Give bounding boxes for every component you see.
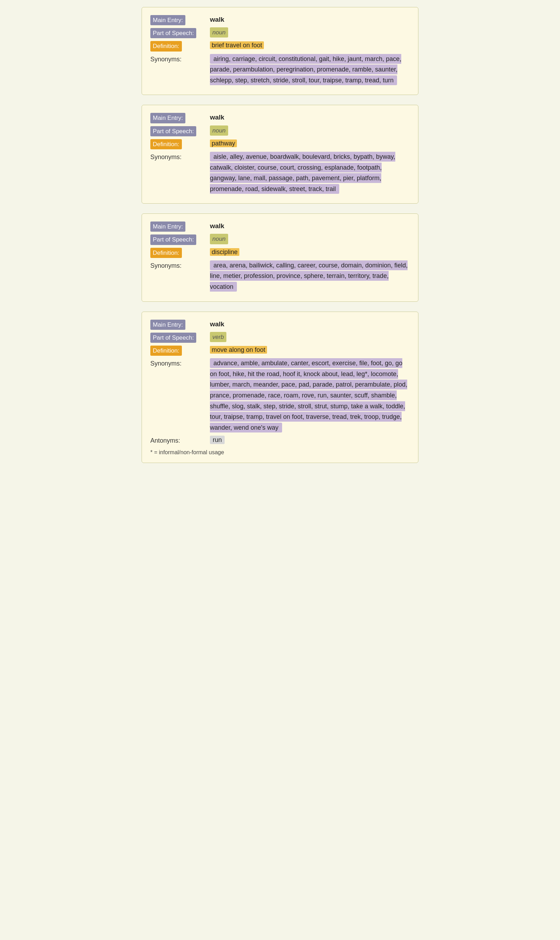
antonyms-row: Antonyms: run bbox=[150, 435, 410, 446]
definition-row: Definition: move along on foot bbox=[150, 345, 410, 356]
synonyms-label: Synonyms: bbox=[150, 358, 210, 369]
pos-row: Part of Speech: noun bbox=[150, 126, 410, 136]
synonyms-label: Synonyms: bbox=[150, 54, 210, 65]
pos-value: noun bbox=[210, 234, 410, 244]
synonyms-text: advance, amble, ambulate, canter, escort… bbox=[210, 358, 407, 432]
pos-row: Part of Speech: noun bbox=[150, 234, 410, 245]
synonyms-text: airing, carriage, circuit, constitutiona… bbox=[210, 54, 401, 85]
synonyms-content: area, arena, bailiwick, calling, career,… bbox=[210, 260, 410, 292]
entry-card-card1: Main Entry: walk Part of Speech: noun De… bbox=[142, 7, 418, 95]
definition-row: Definition: brief travel on foot bbox=[150, 40, 410, 51]
synonyms-label-text: Synonyms: bbox=[150, 360, 182, 367]
main-entry-value: walk bbox=[210, 319, 410, 329]
pos-badge: verb bbox=[210, 332, 226, 342]
definition-label: Definition: bbox=[150, 345, 210, 356]
synonyms-row: Synonyms: airing, carriage, circuit, con… bbox=[150, 54, 410, 86]
synonyms-content: aisle, alley, avenue, boardwalk, bouleva… bbox=[210, 151, 410, 194]
antonyms-label-text: Antonyms: bbox=[150, 437, 180, 444]
synonyms-content: advance, amble, ambulate, canter, escort… bbox=[210, 358, 410, 433]
entry-card-card3: Main Entry: walk Part of Speech: noun De… bbox=[142, 214, 418, 302]
pos-label: Part of Speech: bbox=[150, 126, 210, 136]
definition-value: pathway bbox=[210, 138, 410, 149]
pos-badge: noun bbox=[210, 234, 228, 244]
synonyms-label-text: Synonyms: bbox=[150, 154, 182, 160]
synonyms-label-text: Synonyms: bbox=[150, 56, 182, 63]
definition-label-text: Definition: bbox=[150, 41, 182, 51]
main-entry-value: walk bbox=[210, 221, 410, 231]
definition-row: Definition: discipline bbox=[150, 247, 410, 258]
synonyms-label: Synonyms: bbox=[150, 151, 210, 162]
synonyms-row: Synonyms: area, arena, bailiwick, callin… bbox=[150, 260, 410, 292]
entry-card-card2: Main Entry: walk Part of Speech: noun De… bbox=[142, 105, 418, 204]
definition-value: brief travel on foot bbox=[210, 40, 410, 51]
pos-label: Part of Speech: bbox=[150, 27, 210, 38]
main-entry-row: Main Entry: walk bbox=[150, 319, 410, 330]
definition-text: discipline bbox=[210, 248, 239, 256]
definition-label-text: Definition: bbox=[150, 248, 182, 258]
main-entry-label-text: Main Entry: bbox=[150, 15, 185, 25]
definition-value: discipline bbox=[210, 247, 410, 257]
synonyms-text: aisle, alley, avenue, boardwalk, bouleva… bbox=[210, 152, 395, 194]
main-entry-value: walk bbox=[210, 112, 410, 123]
main-entry-value: walk bbox=[210, 14, 410, 25]
pos-label-text: Part of Speech: bbox=[150, 332, 196, 343]
antonyms-label: Antonyms: bbox=[150, 435, 210, 446]
main-entry-label: Main Entry: bbox=[150, 221, 210, 232]
definition-label-text: Definition: bbox=[150, 346, 182, 356]
definition-text: move along on foot bbox=[210, 346, 267, 354]
main-entry-row: Main Entry: walk bbox=[150, 112, 410, 123]
main-entry-label: Main Entry: bbox=[150, 14, 210, 25]
main-entry-label: Main Entry: bbox=[150, 112, 210, 123]
footnote: * = informal/non-formal usage bbox=[150, 449, 410, 455]
definition-row: Definition: pathway bbox=[150, 138, 410, 149]
pos-row: Part of Speech: verb bbox=[150, 332, 410, 343]
main-entry-label-text: Main Entry: bbox=[150, 320, 185, 330]
definition-value: move along on foot bbox=[210, 345, 410, 355]
synonyms-row: Synonyms: advance, amble, ambulate, cant… bbox=[150, 358, 410, 433]
definition-label: Definition: bbox=[150, 138, 210, 149]
synonyms-label-text: Synonyms: bbox=[150, 262, 182, 269]
pos-label-text: Part of Speech: bbox=[150, 126, 196, 136]
pos-label-text: Part of Speech: bbox=[150, 28, 196, 38]
pos-label: Part of Speech: bbox=[150, 234, 210, 245]
definition-text: brief travel on foot bbox=[210, 42, 264, 49]
pos-value: verb bbox=[210, 332, 410, 342]
antonyms-value: run bbox=[210, 435, 410, 445]
main-entry-row: Main Entry: walk bbox=[150, 14, 410, 25]
main-entry-label-text: Main Entry: bbox=[150, 113, 185, 123]
pos-value: noun bbox=[210, 126, 410, 135]
definition-label-text: Definition: bbox=[150, 139, 182, 149]
pos-label-text: Part of Speech: bbox=[150, 234, 196, 245]
definition-label: Definition: bbox=[150, 247, 210, 258]
pos-badge: noun bbox=[210, 126, 228, 135]
main-entry-label: Main Entry: bbox=[150, 319, 210, 330]
pos-row: Part of Speech: noun bbox=[150, 27, 410, 38]
definition-text: pathway bbox=[210, 140, 237, 147]
pos-label: Part of Speech: bbox=[150, 332, 210, 343]
synonyms-label: Synonyms: bbox=[150, 260, 210, 271]
entry-card-card4: Main Entry: walk Part of Speech: verb De… bbox=[142, 312, 418, 463]
main-entry-row: Main Entry: walk bbox=[150, 221, 410, 232]
main-entry-label-text: Main Entry: bbox=[150, 222, 185, 232]
pos-value: noun bbox=[210, 27, 410, 37]
synonyms-content: airing, carriage, circuit, constitutiona… bbox=[210, 54, 410, 86]
definition-label: Definition: bbox=[150, 40, 210, 51]
synonyms-row: Synonyms: aisle, alley, avenue, boardwal… bbox=[150, 151, 410, 194]
antonyms-text: run bbox=[210, 435, 225, 444]
pos-badge: noun bbox=[210, 27, 228, 37]
synonyms-text: area, arena, bailiwick, calling, career,… bbox=[210, 260, 408, 292]
